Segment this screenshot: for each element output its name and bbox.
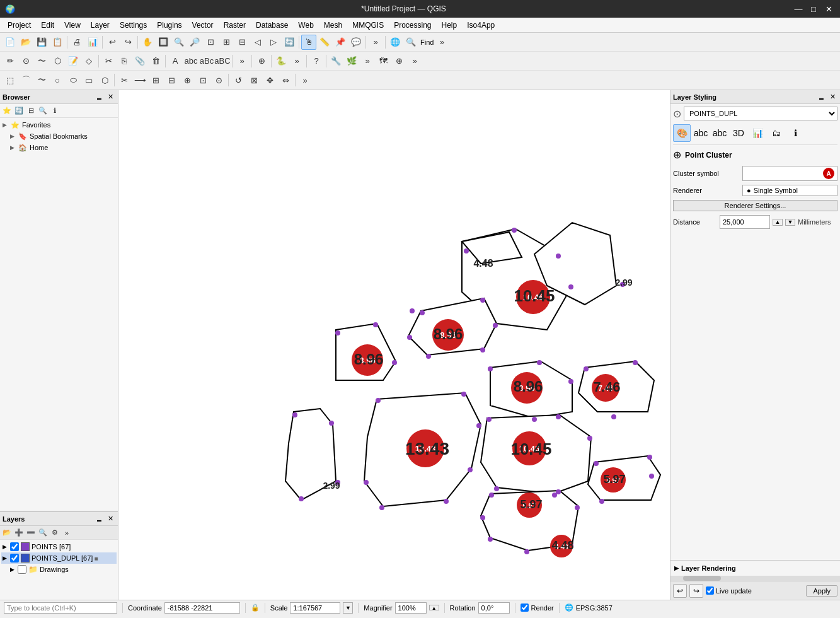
more-python-btn[interactable]: »: [289, 54, 304, 69]
iso3-btn[interactable]: »: [407, 54, 422, 69]
polygon-btn[interactable]: ⬡: [50, 54, 65, 69]
rotation-input[interactable]: [478, 602, 510, 614]
scale-input[interactable]: [290, 602, 340, 614]
split-btn[interactable]: ⊞: [148, 73, 163, 88]
ellipse-btn[interactable]: ⬭: [66, 73, 81, 88]
styling-close-btn[interactable]: ✕: [827, 92, 837, 102]
style-paint-btn[interactable]: 🎨: [673, 124, 691, 142]
bezier-btn[interactable]: ⌒: [18, 73, 33, 88]
help2-btn[interactable]: ?: [309, 54, 324, 69]
plugins4-btn[interactable]: »: [360, 54, 375, 69]
style-diagram-btn[interactable]: 📊: [749, 124, 766, 142]
flip-btn[interactable]: ⇔: [278, 73, 293, 88]
tree-item-home[interactable]: ▶ 🏠 Home: [1, 142, 117, 153]
more-tools-btn[interactable]: »: [368, 35, 383, 50]
browser-filter-btn[interactable]: 🔍: [37, 105, 49, 117]
style-fields-btn[interactable]: 🗂: [768, 124, 785, 142]
plugins2-btn[interactable]: 🔧: [328, 54, 343, 69]
pin-btn[interactable]: 📌: [333, 35, 348, 50]
maximize-button[interactable]: □: [807, 3, 820, 15]
map-tips-btn[interactable]: 💬: [348, 35, 364, 50]
redo-btn[interactable]: ↪: [120, 35, 135, 50]
layers-filter-btn[interactable]: 🔍: [37, 527, 49, 539]
offset-btn[interactable]: ⊕: [180, 73, 195, 88]
locator-input[interactable]: [4, 602, 117, 614]
snap-btn[interactable]: ⊕: [254, 54, 269, 69]
magnifier-input[interactable]: [395, 602, 427, 614]
freehand-btn[interactable]: 〜: [34, 73, 49, 88]
styling-collapse-btn[interactable]: 🗕: [816, 92, 826, 102]
digitize3-btn[interactable]: ⬚: [3, 73, 18, 88]
buffer-btn[interactable]: ⊙: [211, 73, 226, 88]
layer-rendering-header[interactable]: ▶ Layer Rendering: [673, 563, 837, 573]
layer-dupl-checkbox[interactable]: [10, 554, 19, 563]
points-btn[interactable]: ⊙: [18, 54, 33, 69]
label-btn[interactable]: A: [168, 54, 183, 69]
style-metadata-btn[interactable]: ℹ: [786, 124, 804, 142]
renderer-type-box[interactable]: ● Single Symbol: [742, 185, 837, 196]
browser-refresh-btn[interactable]: 🔄: [13, 105, 25, 117]
iso2-btn[interactable]: ⊕: [391, 54, 406, 69]
vertex-btn[interactable]: ◇: [81, 54, 96, 69]
new-project-btn[interactable]: 📄: [3, 35, 18, 50]
style-label-btn[interactable]: abc: [692, 124, 710, 142]
move-btn[interactable]: ✥: [262, 73, 277, 88]
distance-stepper-up[interactable]: ▲: [773, 219, 783, 226]
zoom-prev-btn[interactable]: ◁: [250, 35, 265, 50]
rotate-btn[interactable]: ↺: [231, 73, 246, 88]
undo-btn[interactable]: ↩: [105, 35, 120, 50]
apply-button[interactable]: Apply: [806, 585, 837, 597]
label3-btn[interactable]: aBc: [199, 54, 214, 69]
redo-style-btn[interactable]: ↪: [689, 584, 703, 598]
menu-database[interactable]: Database: [251, 20, 293, 31]
search-btn[interactable]: 🔍: [403, 35, 418, 50]
plugins3-btn[interactable]: 🌿: [344, 54, 359, 69]
tree-item-favorites[interactable]: ▶ ⭐ Favorites: [1, 119, 117, 131]
python-btn[interactable]: 🐍: [273, 54, 289, 69]
menu-project[interactable]: Project: [3, 20, 36, 31]
close-button[interactable]: ✕: [822, 3, 835, 15]
label4-btn[interactable]: aBC: [215, 54, 230, 69]
distance-input[interactable]: [720, 215, 770, 229]
reshape-btn[interactable]: ⊟: [164, 73, 179, 88]
tree-item-bookmarks[interactable]: ▶ 🔖 Spatial Bookmarks: [1, 131, 117, 142]
layers-close-btn[interactable]: ✕: [105, 514, 115, 524]
rect-btn[interactable]: ▭: [81, 73, 96, 88]
scrollbar-thumb[interactable]: [683, 576, 721, 581]
zoom-out-btn[interactable]: 🔎: [187, 35, 202, 50]
layers-collapse-btn[interactable]: 🗕: [94, 514, 104, 524]
save-project-btn[interactable]: 💾: [34, 35, 49, 50]
zoom-selection-btn[interactable]: ⊟: [234, 35, 250, 50]
menu-settings[interactable]: Settings: [115, 20, 152, 31]
select-btn[interactable]: 🔲: [156, 35, 171, 50]
print-layout-btn[interactable]: 🖨: [69, 35, 84, 50]
refresh-btn[interactable]: 🔄: [282, 35, 297, 50]
extend-btn[interactable]: ⟶: [132, 73, 147, 88]
open-project-btn[interactable]: 📂: [18, 35, 33, 50]
layers-add-btn[interactable]: ➕: [13, 527, 25, 539]
render-checkbox[interactable]: [521, 603, 529, 612]
save-as-btn[interactable]: 📋: [50, 35, 65, 50]
delete-btn[interactable]: 🗑: [148, 54, 163, 69]
merge-btn[interactable]: ⊡: [195, 73, 210, 88]
zoom-full-btn[interactable]: ⊡: [203, 35, 218, 50]
browser-info-btn[interactable]: ℹ: [49, 105, 60, 117]
report-btn[interactable]: 📊: [85, 35, 100, 50]
menu-mesh[interactable]: Mesh: [319, 20, 347, 31]
renderer-settings-btn[interactable]: Renderer Settings...: [673, 200, 837, 211]
digitize-btn[interactable]: ✏: [3, 54, 18, 69]
identify-btn[interactable]: 🖱: [301, 35, 316, 50]
label2-btn[interactable]: abc: [183, 54, 198, 69]
menu-processing[interactable]: Processing: [389, 20, 436, 31]
layers-expand-btn[interactable]: »: [61, 527, 72, 539]
layer-points-checkbox[interactable]: [10, 542, 19, 551]
layer-item-points[interactable]: ▶ POINTS [67]: [1, 541, 117, 552]
copy-btn[interactable]: ⎘: [117, 54, 132, 69]
menu-web[interactable]: Web: [293, 20, 318, 31]
browser-add-btn[interactable]: ⭐: [1, 105, 13, 117]
search-more-btn[interactable]: »: [434, 35, 449, 50]
cut-btn[interactable]: ✂: [101, 54, 116, 69]
zoom-next-btn[interactable]: ▷: [266, 35, 281, 50]
iso-btn[interactable]: 🗺: [376, 54, 391, 69]
minimize-button[interactable]: —: [792, 3, 805, 15]
